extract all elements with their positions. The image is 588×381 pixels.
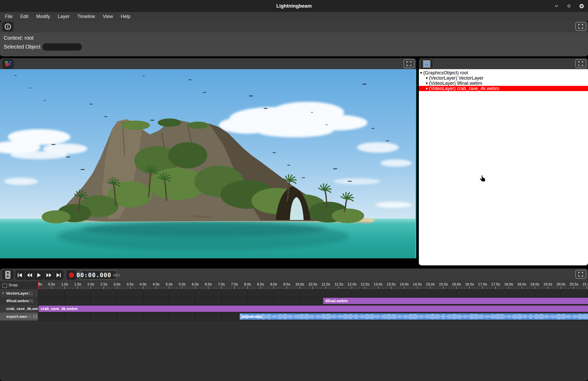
- timeline-ruler-row: Snap 0.0s0.5s1.0s1.5s2.0s2.5s3.0s3.5s4.0…: [0, 281, 588, 289]
- ruler-tick-label: 1.5s: [74, 282, 81, 286]
- ruler-tick-label: 13.0s: [373, 282, 382, 286]
- menu-item-edit[interactable]: Edit: [16, 12, 32, 21]
- tree-row[interactable]: ▼(VectorLayer) VectorLayer: [419, 75, 588, 81]
- ruler-tick-label: 10.0s: [295, 282, 304, 286]
- inspector-fullscreen-button[interactable]: [575, 22, 586, 31]
- object-tree: ▼(GraphicsObject) root▼(VectorLayer) Vec…: [419, 70, 588, 91]
- menu-item-timeline[interactable]: Timeline: [74, 12, 99, 21]
- track-label-column: ▼VectorLayer[L]9final.webm[S]crab_rave_4…: [0, 289, 38, 320]
- maximize-button[interactable]: [566, 3, 572, 9]
- ruler-tick-label: 11.5s: [335, 282, 343, 286]
- timeline-panel: 00:00.000 SEC Snap 0.0s0.5s1.0s1.5s2.0s2…: [0, 269, 588, 381]
- clip-label: export.wav: [242, 313, 262, 320]
- ruler-tick-label: 3.0s: [113, 282, 120, 286]
- ruler-tick-label: 11.0s: [322, 282, 330, 286]
- info-icon: [4, 23, 11, 30]
- ruler-tick-label: 6.5s: [205, 282, 212, 286]
- skip-to-start-button[interactable]: [15, 270, 25, 280]
- snap-area: Snap: [0, 281, 38, 289]
- tree-expand-icon[interactable]: ▼: [425, 76, 428, 80]
- track-label-crab_rave_4k.webm[interactable]: crab_rave_4k.webm[S]: [0, 305, 38, 313]
- stage-tab[interactable]: [2, 59, 14, 69]
- ruler-tick-label: 12.5s: [360, 282, 369, 286]
- inspector-tab[interactable]: [2, 22, 14, 32]
- ruler-tick-label: 9.5s: [283, 282, 290, 286]
- selected-object-label: Selected Object: [4, 44, 40, 50]
- lightningbeam-logo-icon: [4, 60, 12, 68]
- track-label-9final.webm[interactable]: 9final.webm[S]: [0, 297, 38, 305]
- fast-forward-icon: [46, 273, 52, 278]
- ruler-tick-label: 18.0s: [504, 282, 513, 286]
- stage-canvas[interactable]: [0, 69, 416, 265]
- track-lane-9final.webm[interactable]: 9final.webm: [38, 297, 588, 305]
- tree-expand-icon[interactable]: ▼: [419, 71, 423, 75]
- ruler-tick-label: 7.0s: [218, 282, 225, 286]
- snap-checkbox[interactable]: [2, 283, 7, 288]
- track-suffix: [A]: [27, 314, 31, 319]
- video-preview: [0, 69, 416, 258]
- fast-forward-button[interactable]: [44, 270, 54, 280]
- menu-item-modify[interactable]: Modify: [32, 12, 54, 21]
- rewind-button[interactable]: [25, 270, 35, 280]
- tree-row[interactable]: ▼(VideoLayer) crab_rave_4k.webm: [419, 86, 588, 91]
- menu-item-layer[interactable]: Layer: [54, 12, 74, 21]
- track-checkbox[interactable]: [33, 315, 37, 318]
- timeline-tab[interactable]: [2, 270, 14, 280]
- menu-item-view[interactable]: View: [99, 12, 117, 21]
- ruler-tick-label: 17.0s: [478, 282, 487, 286]
- ruler-tick-label: 18.5s: [517, 282, 526, 286]
- tree-row-label: (GraphicsObject) root: [423, 70, 468, 75]
- selected-object-field[interactable]: [42, 43, 82, 51]
- rewind-icon: [27, 273, 32, 278]
- clip-export.wav[interactable]: export.wav: [240, 313, 588, 320]
- context-label: Context: root: [4, 35, 34, 41]
- ruler-tick-label: 8.0s: [244, 282, 251, 286]
- objects-tab[interactable]: ?: [421, 59, 432, 69]
- objects-fullscreen-button[interactable]: [575, 59, 586, 68]
- track-name: 9final.webm: [0, 299, 29, 303]
- track-lane-crab_rave_4k.webm[interactable]: crab_rave_4k.webm: [38, 305, 588, 313]
- stage-header: [0, 58, 416, 69]
- time-value: 00:00.000: [76, 272, 111, 278]
- close-button[interactable]: [579, 3, 584, 9]
- track-lane-export.wav[interactable]: export.wav: [38, 313, 588, 321]
- ruler-tick-label: 12.0s: [347, 282, 356, 286]
- stage-fullscreen-button[interactable]: [403, 59, 414, 68]
- track-label-export.wav[interactable]: export.wav[A]: [0, 313, 38, 320]
- inspector-header: [0, 21, 588, 32]
- skip-to-end-button[interactable]: [54, 270, 64, 280]
- record-button[interactable]: [66, 270, 76, 280]
- audio-waveform: [240, 313, 588, 320]
- ruler-tick-label: 1.0s: [61, 282, 68, 286]
- track-collapse-icon[interactable]: ▼: [2, 291, 4, 295]
- track-label-VectorLayer[interactable]: ▼VectorLayer[L]: [0, 289, 38, 297]
- menu-item-file[interactable]: File: [1, 12, 16, 21]
- ruler-tick-label: 3.5s: [126, 282, 133, 286]
- timeline-fullscreen-button[interactable]: [575, 270, 586, 279]
- inspector-panel: Context: root Selected Object: [0, 21, 588, 56]
- app-window: Lightningbeam FileEditModifyLayerTimelin…: [0, 0, 588, 381]
- tree-row-label: (VideoLayer) 9final.webm: [429, 81, 482, 86]
- tree-row[interactable]: ▼(GraphicsObject) root: [419, 70, 588, 75]
- fullscreen-brackets-icon: [578, 61, 583, 66]
- tree-expand-icon[interactable]: ▼: [425, 87, 428, 91]
- ruler-tick-label: 19.0s: [530, 282, 539, 286]
- clip-crab_rave_4k.webm[interactable]: crab_rave_4k.webm: [39, 306, 588, 312]
- time-display: 00:00.000 SEC: [80, 270, 117, 280]
- timeline-ruler[interactable]: 0.0s0.5s1.0s1.5s2.0s2.5s3.0s3.5s4.0s4.5s…: [38, 281, 588, 289]
- tree-expand-icon[interactable]: ▼: [425, 81, 428, 85]
- menu-item-help[interactable]: Help: [117, 12, 134, 21]
- tree-row[interactable]: ▼(VideoLayer) 9final.webm: [419, 81, 588, 86]
- clip-9final.webm[interactable]: 9final.webm: [323, 298, 588, 304]
- pointer-hand-cursor: [479, 175, 487, 184]
- stage-selection-outline: [415, 69, 416, 258]
- track-lane-VectorLayer[interactable]: [38, 289, 588, 297]
- transport-controls: [15, 270, 64, 280]
- minimize-button[interactable]: [554, 3, 559, 9]
- track-suffix: [L]: [28, 291, 33, 295]
- ruler-tick-label: 21.0s: [583, 282, 588, 286]
- ruler-tick-label: 5.5s: [179, 282, 186, 286]
- play-button[interactable]: [35, 270, 44, 280]
- track-name: export.wav: [0, 314, 27, 319]
- time-unit: SEC: [113, 273, 120, 277]
